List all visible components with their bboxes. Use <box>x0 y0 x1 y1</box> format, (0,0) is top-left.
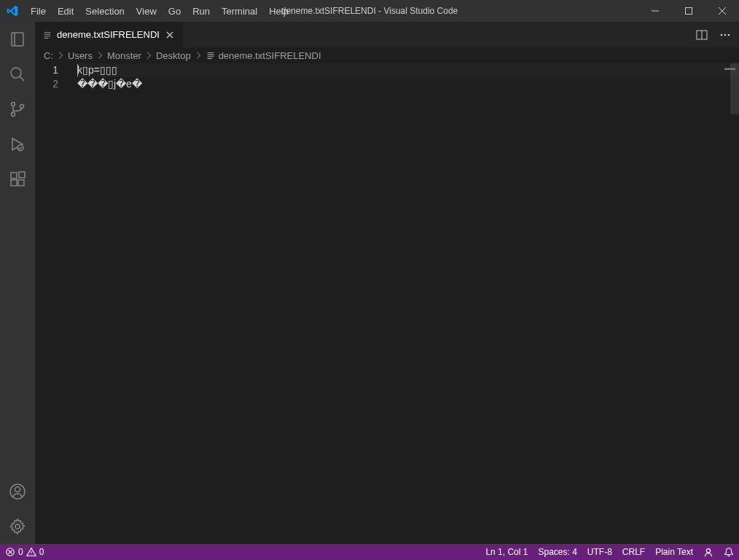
menu-run[interactable]: Run <box>187 0 216 22</box>
status-language-mode[interactable]: Plain Text <box>650 544 698 560</box>
menu-selection[interactable]: Selection <box>79 0 130 22</box>
chevron-right-icon <box>144 50 154 60</box>
svg-rect-6 <box>11 173 17 178</box>
explorer-icon[interactable] <box>0 22 35 57</box>
editor-group: deneme.txtSIFRELENDI C: Users Monster <box>35 22 739 544</box>
scrollbar-track[interactable] <box>730 63 739 544</box>
svg-rect-8 <box>18 180 24 186</box>
chevron-right-icon <box>193 50 203 60</box>
file-icon <box>42 30 52 40</box>
breadcrumb-item[interactable]: C: <box>44 50 53 61</box>
svg-point-14 <box>721 33 723 36</box>
menu-file[interactable]: File <box>25 0 52 22</box>
line-numbers: 1 2 <box>35 63 73 544</box>
line-number: 2 <box>35 77 73 91</box>
accounts-icon[interactable] <box>0 474 35 509</box>
menu-bar: File Edit Selection View Go Run Terminal… <box>25 0 294 22</box>
breadcrumb-item[interactable]: Users <box>68 50 93 61</box>
maximize-button[interactable] <box>672 0 705 22</box>
svg-point-16 <box>728 33 730 36</box>
minimize-button[interactable] <box>638 0 672 22</box>
status-indentation[interactable]: Spaces: 4 <box>533 544 582 560</box>
svg-rect-0 <box>686 8 692 15</box>
menu-edit[interactable]: Edit <box>52 0 79 22</box>
menu-terminal[interactable]: Terminal <box>216 0 263 22</box>
status-eol[interactable]: CRLF <box>617 544 650 560</box>
menu-go[interactable]: Go <box>163 0 187 22</box>
svg-point-4 <box>20 105 24 109</box>
tab-label: deneme.txtSIFRELENDI <box>57 29 160 40</box>
code-line[interactable]: ���▯j�e� <box>77 77 739 91</box>
svg-point-2 <box>12 103 15 106</box>
breadcrumbs: C: Users Monster Desktop deneme.txtSIFRE… <box>35 47 739 63</box>
search-icon[interactable] <box>0 57 35 92</box>
source-control-icon[interactable] <box>0 92 35 127</box>
status-notifications-icon[interactable] <box>719 544 739 560</box>
more-actions-icon[interactable] <box>717 27 733 43</box>
status-warnings-count: 0 <box>39 547 44 557</box>
svg-point-12 <box>15 524 20 529</box>
breadcrumb-item[interactable]: Monster <box>107 50 141 61</box>
tabs-row: deneme.txtSIFRELENDI <box>35 22 739 47</box>
status-problems[interactable]: 0 0 <box>0 544 49 560</box>
close-button[interactable] <box>705 0 739 22</box>
breadcrumb-file-label: deneme.txtSIFRELENDI <box>219 50 321 61</box>
editor-body[interactable]: 1 2 k▯p=▯▯▯ ���▯j�e� ▬▬ <box>35 63 739 544</box>
svg-rect-9 <box>19 172 25 178</box>
tab-close-icon[interactable] <box>164 29 176 41</box>
scrollbar-thumb[interactable] <box>730 63 739 114</box>
window-controls <box>638 0 739 22</box>
status-cursor-position[interactable]: Ln 1, Col 1 <box>480 544 533 560</box>
svg-point-15 <box>724 33 727 36</box>
chevron-right-icon <box>55 50 66 60</box>
line-number: 1 <box>35 63 73 77</box>
svg-point-1 <box>11 68 21 78</box>
status-bar: 0 0 Ln 1, Col 1 Spaces: 4 UTF-8 CRLF Pla… <box>0 544 739 560</box>
text-cursor <box>77 64 78 76</box>
extensions-icon[interactable] <box>0 162 35 197</box>
editor-tab[interactable]: deneme.txtSIFRELENDI <box>35 22 184 47</box>
activity-bar <box>0 22 35 544</box>
window-title: deneme.txtSIFRELENDI - Visual Studio Cod… <box>281 6 458 16</box>
svg-point-3 <box>12 113 15 117</box>
breadcrumb-item[interactable]: Desktop <box>156 50 191 61</box>
status-feedback-icon[interactable] <box>698 544 719 560</box>
status-encoding[interactable]: UTF-8 <box>582 544 617 560</box>
svg-point-11 <box>15 487 20 492</box>
code-line[interactable]: k▯p=▯▯▯ <box>77 63 739 77</box>
breadcrumb-file[interactable]: deneme.txtSIFRELENDI <box>206 50 321 61</box>
svg-rect-7 <box>11 180 17 186</box>
settings-gear-icon[interactable] <box>0 509 35 544</box>
app-logo <box>0 5 25 17</box>
chevron-right-icon <box>95 50 105 60</box>
run-debug-icon[interactable] <box>0 127 35 162</box>
titlebar: File Edit Selection View Go Run Terminal… <box>0 0 739 22</box>
svg-point-18 <box>706 549 710 553</box>
code-content[interactable]: k▯p=▯▯▯ ���▯j�e� ▬▬ <box>73 63 739 544</box>
menu-view[interactable]: View <box>130 0 163 22</box>
split-editor-icon[interactable] <box>694 27 710 43</box>
status-errors-count: 0 <box>18 547 23 557</box>
